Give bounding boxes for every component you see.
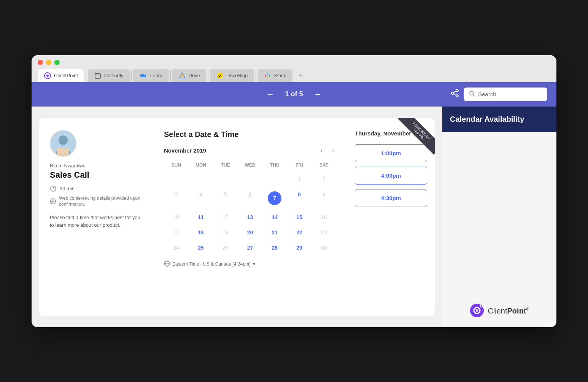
cal-cell-21[interactable]: 21 — [262, 226, 287, 239]
search-box[interactable] — [464, 88, 547, 101]
month-label: November 2019 — [164, 147, 206, 154]
svg-rect-13 — [269, 75, 270, 76]
tab-slack-label: Slack — [274, 73, 286, 78]
conferencing-meta: Web conferencing details provided upon c… — [50, 195, 142, 208]
svg-rect-10 — [217, 73, 222, 78]
cal-cell-24: 24 — [164, 241, 189, 255]
tab-clientpoint[interactable]: ClientPoint — [38, 69, 84, 82]
timezone-selector[interactable]: Eastern Time - US & Canada (4:34pm) ▾ — [164, 261, 336, 268]
time-slot-3[interactable]: 4:30pm — [355, 189, 427, 207]
cal-cell-7-wrapper[interactable]: 7 — [262, 188, 287, 209]
svg-rect-11 — [265, 75, 266, 76]
svg-rect-14 — [267, 77, 268, 78]
tab-zoom-label: Zoom — [149, 73, 162, 78]
cal-cell-25[interactable]: 25 — [189, 241, 213, 255]
avatar — [50, 130, 76, 157]
cal-cell-30: 30 — [311, 241, 336, 255]
nav-right — [325, 88, 548, 101]
cal-cell-14[interactable]: 14 — [262, 210, 287, 224]
svg-point-16 — [451, 92, 454, 94]
right-sidebar: Calendar Availability Cl — [442, 107, 556, 327]
svg-point-20 — [470, 91, 474, 95]
tab-calendly-label: Calendly — [104, 73, 124, 78]
day-header-sat: SAT — [311, 161, 336, 169]
share-button[interactable] — [451, 89, 459, 99]
clientpoint-wordmark: ClientPoint® — [488, 307, 529, 315]
tab-docusign-label: DocuSign — [226, 73, 248, 78]
calendar-row-4: 17 18 19 20 21 22 23 — [164, 226, 336, 239]
search-input[interactable] — [478, 91, 542, 97]
cal-cell-15[interactable]: 15 — [287, 210, 312, 224]
tab-calendly[interactable]: Calendly — [88, 69, 130, 82]
next-month-button[interactable]: › — [330, 146, 336, 155]
cal-cell-27[interactable]: 27 — [238, 241, 262, 255]
svg-marker-7 — [144, 74, 146, 77]
cal-cell-10: 10 — [164, 210, 189, 224]
nav-center: ← 1 of 5 → — [263, 86, 325, 102]
svg-point-15 — [456, 89, 458, 92]
maximize-button[interactable] — [54, 60, 60, 65]
timezone-label: Eastern Time - US & Canada (4:34pm) — [172, 261, 251, 267]
new-tab-button[interactable]: + — [296, 70, 306, 81]
navigation-bar: ← 1 of 5 → — [32, 82, 556, 107]
duration-label: 30 min — [60, 186, 75, 191]
tab-separator-2 — [131, 70, 132, 81]
cal-cell-29[interactable]: 29 — [287, 241, 312, 255]
tab-drive[interactable]: Drive — [172, 69, 207, 82]
calendar-header: SUN MON TUE WED THU FRI SAT — [164, 161, 336, 169]
tab-separator-5 — [256, 70, 256, 81]
tab-zoom[interactable]: Zoom — [133, 69, 168, 82]
cal-cell-2: 2 — [311, 172, 336, 186]
cal-cell-28[interactable]: 28 — [262, 241, 287, 255]
cal-cell-3: 3 — [164, 188, 189, 209]
sidebar-title: Calendar Availability — [450, 115, 549, 124]
cal-cell-20[interactable]: 20 — [238, 226, 262, 239]
sidebar-header: Calendar Availability — [442, 107, 556, 132]
svg-point-23 — [59, 135, 68, 145]
tab-separator — [86, 70, 86, 81]
minimize-button[interactable] — [46, 60, 51, 65]
tab-slack[interactable]: Slack — [257, 69, 292, 82]
event-title: Sales Call — [50, 170, 142, 180]
cal-cell-13[interactable]: 13 — [238, 210, 262, 224]
svg-point-35 — [476, 309, 478, 312]
clientpoint-logo: ClientPoint® — [469, 303, 529, 320]
svg-rect-25 — [57, 148, 69, 156]
nav-counter: 1 of 5 — [285, 90, 303, 98]
cal-cell-18[interactable]: 18 — [189, 226, 213, 239]
time-slot-2[interactable]: 4:00pm — [355, 167, 427, 185]
sidebar-footer: ClientPoint® — [442, 295, 556, 327]
tab-separator-3 — [170, 70, 171, 81]
cal-cell-22[interactable]: 22 — [287, 226, 312, 239]
cal-cell-5: 5 — [213, 188, 238, 209]
tabs-bar: ClientPoint Calendly — [38, 69, 550, 82]
svg-rect-2 — [95, 73, 100, 78]
close-button[interactable] — [38, 60, 43, 65]
cal-cell-11[interactable]: 11 — [189, 210, 213, 224]
content-area: POWERED BY Calendly Nkem Nwankw — [32, 107, 442, 327]
globe-icon — [164, 261, 170, 268]
svg-point-1 — [46, 75, 49, 77]
tab-docusign[interactable]: DocuSign — [210, 69, 254, 82]
svg-rect-6 — [140, 74, 144, 77]
calendar-row-5: 24 25 26 27 28 29 30 — [164, 241, 336, 255]
next-arrow[interactable]: → — [311, 86, 325, 102]
day-header-tue: TUE — [213, 161, 238, 169]
docusign-tab-icon — [216, 72, 223, 79]
calendar-grid: SUN MON TUE WED THU FRI SAT — [164, 161, 336, 255]
svg-rect-12 — [267, 73, 268, 75]
prev-month-button[interactable]: ‹ — [318, 146, 325, 155]
event-info-panel: Nkem Nwankwo Sales Call 30 min — [39, 118, 153, 316]
cal-cell-4: 4 — [189, 188, 213, 209]
window-controls — [38, 60, 550, 65]
cal-cell-9: 9 — [311, 188, 336, 209]
cal-cell-empty-3 — [213, 172, 238, 186]
cal-cell-empty-4 — [238, 172, 262, 186]
powered-by-banner: POWERED BY Calendly — [398, 118, 435, 154]
prev-arrow[interactable]: ← — [263, 86, 278, 102]
cal-cell-7-selected[interactable]: 7 — [268, 191, 281, 205]
day-header-wed: WED — [238, 161, 262, 169]
calendly-tab-icon — [94, 72, 101, 79]
cal-cell-8[interactable]: 8 — [287, 188, 312, 209]
cal-cell-empty-2 — [189, 172, 213, 186]
